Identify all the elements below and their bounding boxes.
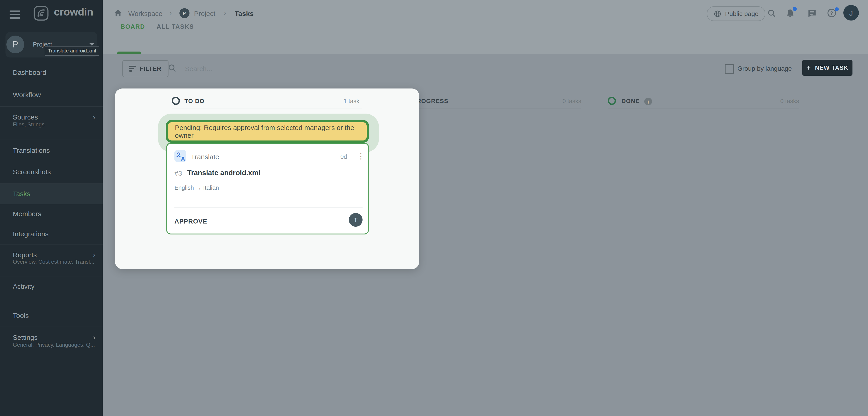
divider (0, 106, 103, 107)
group-by-language-checkbox[interactable] (725, 64, 734, 74)
hamburger-menu-icon[interactable] (9, 10, 20, 21)
column-count: 1 task (298, 98, 359, 104)
sidebar: crowdin P Project Translate android.xml … (0, 0, 103, 416)
divider (0, 204, 103, 204)
task-languages: English → Italian (175, 184, 219, 191)
messages-icon[interactable] (807, 9, 817, 18)
breadcrumb-workspace[interactable]: Workspace (128, 9, 162, 18)
task-title[interactable]: Translate android.xml (187, 169, 260, 177)
column-divider (608, 109, 799, 109)
column-divider (172, 109, 362, 109)
tour-spotlight: TO DO 1 task Pending: Requires approval … (115, 89, 419, 269)
sidebar-item-dashboard[interactable]: Dashboard (0, 65, 103, 80)
active-tab-underline (117, 51, 141, 54)
sidebar-item-translations[interactable]: Translations (0, 143, 103, 158)
svg-text:?: ? (830, 10, 833, 16)
group-by-language-label: Group by language (737, 65, 792, 72)
sidebar-item-tasks[interactable]: Tasks (0, 184, 103, 204)
search-icon[interactable] (767, 9, 776, 18)
search-input[interactable] (184, 60, 323, 77)
public-page-label: Public page (725, 10, 758, 18)
breadcrumb-separator: › (169, 9, 172, 17)
divider (0, 276, 103, 276)
done-status-icon (608, 97, 616, 105)
plus-icon: + (806, 64, 811, 72)
app: crowdin P Project Translate android.xml … (0, 0, 868, 416)
new-task-button[interactable]: + NEW TASK (802, 60, 852, 76)
project-avatar: P (6, 36, 24, 54)
divider (0, 140, 103, 140)
brand-name[interactable]: crowdin (54, 6, 93, 18)
breadcrumb-project[interactable]: Project (194, 9, 215, 18)
assignee-avatar[interactable]: T (349, 213, 363, 227)
divider (0, 326, 103, 327)
chevron-right-icon: › (93, 109, 95, 125)
divider (0, 84, 103, 84)
sidebar-item-screenshots[interactable]: Screenshots (0, 164, 103, 180)
filter-label: FILTER (140, 65, 161, 72)
sidebar-item-tools[interactable]: Tools (0, 308, 103, 323)
sidebar-item-integrations[interactable]: Integrations (0, 226, 103, 242)
task-due: 0d (333, 153, 347, 160)
public-page-button[interactable]: Public page (707, 6, 765, 21)
crowdin-logo-icon[interactable] (33, 5, 49, 21)
column-count: 0 tasks (514, 98, 581, 104)
pending-approval-banner: Pending: Requires approval from selected… (166, 120, 369, 143)
task-id: #3 (175, 169, 182, 177)
sidebar-sub-reports: Overview, Cost estimate, Transl... (13, 258, 94, 265)
notifications-bell-icon[interactable] (785, 8, 795, 18)
notification-dot (835, 7, 839, 11)
sidebar-item-activity[interactable]: Activity (0, 279, 103, 294)
breadcrumb-separator: › (224, 9, 226, 17)
home-icon[interactable] (114, 9, 122, 18)
todo-status-icon (172, 97, 180, 105)
breadcrumb-current-tasks: Tasks (235, 9, 254, 18)
translate-type-icon: 文A (175, 150, 186, 162)
filter-icon (129, 65, 135, 73)
column-count: 0 tasks (733, 98, 799, 104)
sidebar-sub-settings: General, Privacy, Languages, Q... (13, 342, 95, 348)
sidebar-item-members[interactable]: Members (0, 206, 103, 222)
chevron-down-icon (90, 43, 94, 46)
help-icon[interactable]: ? (827, 8, 836, 18)
user-avatar[interactable]: J (843, 5, 859, 21)
breadcrumb-project-avatar: P (180, 8, 189, 18)
sidebar-sub-sources: Files, Strings (13, 121, 44, 128)
task-card[interactable]: 文A Translate 0d ⋮ #3 Translate android.x… (166, 143, 369, 235)
tab-all-tasks[interactable]: ALL TASKS (157, 23, 194, 30)
notification-dot (793, 7, 797, 11)
project-tooltip: Translate android.xml (45, 46, 99, 56)
divider (0, 244, 103, 245)
approve-button[interactable]: APPROVE (175, 217, 207, 225)
divider (175, 207, 363, 208)
task-type-label: Translate (191, 153, 219, 161)
sidebar-item-workflow[interactable]: Workflow (0, 87, 103, 103)
globe-icon (714, 10, 721, 18)
tab-board[interactable]: BOARD (121, 23, 145, 30)
info-icon[interactable]: i (644, 98, 652, 105)
search-icon (167, 63, 177, 72)
kebab-menu-icon[interactable]: ⋮ (357, 151, 365, 161)
column-header-todo: TO DO (184, 98, 205, 104)
column-header-done: DONE (621, 98, 640, 104)
filter-button[interactable]: FILTER (122, 60, 168, 77)
